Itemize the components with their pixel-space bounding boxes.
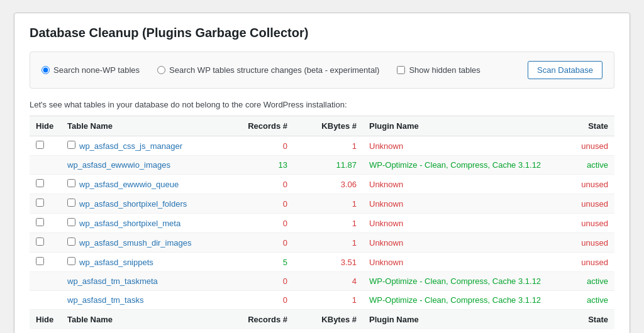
- records-cell: 0: [225, 291, 294, 310]
- plugin-name-cell: Unknown: [363, 214, 564, 233]
- table-name-link[interactable]: wp_asfasd_shortpixel_meta: [79, 219, 180, 228]
- col-header-table-name: Table Name: [61, 116, 225, 136]
- table-name-link[interactable]: wp_asfasd_ewwwio_images: [67, 160, 170, 170]
- hide-cell: [30, 194, 61, 214]
- table-name-cell: wp_asfasd_ewwwio_images: [61, 156, 225, 175]
- table-row-checkbox[interactable]: [67, 257, 75, 265]
- table-row-checkbox[interactable]: [67, 199, 75, 207]
- records-cell: 0: [225, 175, 294, 194]
- kbytes-cell: 3.51: [294, 253, 363, 272]
- col-footer-records: Records #: [225, 310, 294, 330]
- state-cell: unused: [564, 253, 614, 272]
- col-header-plugin: Plugin Name: [363, 116, 564, 136]
- hide-cell: [30, 214, 61, 233]
- table-row: wp_asfasd_shortpixel_folders01Unknownunu…: [30, 194, 614, 214]
- hide-row-checkbox[interactable]: [36, 218, 44, 226]
- plugin-name-cell: WP-Optimize - Clean, Compress, Cache 3.1…: [363, 156, 564, 175]
- kbytes-cell: 1: [294, 214, 363, 233]
- hide-row-checkbox[interactable]: [36, 179, 44, 187]
- tables-table: Hide Table Name Records # KBytes # Plugi…: [30, 116, 614, 329]
- table-name-link[interactable]: wp_asfasd_tm_taskmeta: [67, 276, 158, 286]
- table-name-link[interactable]: wp_asfasd_shortpixel_folders: [79, 199, 187, 209]
- table-name-cell: wp_asfasd_smush_dir_images: [61, 233, 225, 253]
- records-cell: 0: [225, 272, 294, 291]
- table-row: wp_asfasd_smush_dir_images01Unknownunuse…: [30, 233, 614, 253]
- table-name-cell: wp_asfasd_shortpixel_meta: [61, 214, 225, 233]
- state-cell: unused: [564, 194, 614, 214]
- hide-cell: [30, 253, 61, 272]
- col-footer-state: State: [564, 310, 614, 330]
- plugin-name-cell: Unknown: [363, 136, 564, 156]
- col-header-state: State: [564, 116, 614, 136]
- state-cell: active: [564, 272, 614, 291]
- state-cell: unused: [564, 175, 614, 194]
- table-name-link[interactable]: wp_asfasd_tm_tasks: [67, 295, 143, 305]
- state-cell: unused: [564, 233, 614, 253]
- state-cell: active: [564, 291, 614, 310]
- table-name-link[interactable]: wp_asfasd_smush_dir_images: [79, 238, 191, 248]
- table-name-cell: wp_asfasd_css_js_manager: [61, 136, 225, 156]
- options-bar: Search none-WP tables Search WP tables s…: [30, 52, 614, 89]
- table-row-checkbox[interactable]: [67, 237, 75, 246]
- kbytes-cell: 4: [294, 272, 363, 291]
- checkbox-show-hidden[interactable]: Show hidden tables: [397, 65, 480, 75]
- plugin-name-cell: Unknown: [363, 233, 564, 253]
- radio-search-wp-structure-input[interactable]: [157, 66, 165, 74]
- table-footer-row: Hide Table Name Records # KBytes # Plugi…: [30, 310, 614, 330]
- hide-cell: [30, 156, 61, 175]
- records-cell: 5: [225, 253, 294, 272]
- hide-row-checkbox[interactable]: [36, 141, 44, 149]
- main-container: Database Cleanup (Plugins Garbage Collec…: [14, 13, 630, 333]
- hide-cell: [30, 291, 61, 310]
- table-row: wp_asfasd_tm_taskmeta04WP-Optimize - Cle…: [30, 272, 614, 291]
- table-name-cell: wp_asfasd_tm_taskmeta: [61, 272, 225, 291]
- hide-cell: [30, 175, 61, 194]
- page-title: Database Cleanup (Plugins Garbage Collec…: [30, 26, 614, 40]
- kbytes-cell: 1: [294, 233, 363, 253]
- radio-search-none-wp[interactable]: Search none-WP tables: [42, 65, 140, 75]
- table-header-row: Hide Table Name Records # KBytes # Plugi…: [30, 116, 614, 136]
- table-row: wp_asfasd_ewwwio_queue03.06Unknownunused: [30, 175, 614, 194]
- table-body: wp_asfasd_css_js_manager01Unknownunusedw…: [30, 136, 614, 310]
- table-name-cell: wp_asfasd_ewwwio_queue: [61, 175, 225, 194]
- plugin-name-cell: Unknown: [363, 253, 564, 272]
- hide-cell: [30, 272, 61, 291]
- table-name-link[interactable]: wp_asfasd_snippets: [79, 258, 153, 267]
- show-hidden-checkbox[interactable]: [397, 66, 405, 74]
- plugin-name-cell: WP-Optimize - Clean, Compress, Cache 3.1…: [363, 272, 564, 291]
- table-name-link[interactable]: wp_asfasd_css_js_manager: [79, 141, 182, 151]
- kbytes-cell: 1: [294, 194, 363, 214]
- state-cell: active: [564, 156, 614, 175]
- hide-row-checkbox[interactable]: [36, 199, 44, 207]
- table-row: wp_asfasd_css_js_manager01Unknownunused: [30, 136, 614, 156]
- col-header-hide: Hide: [30, 116, 61, 136]
- records-cell: 0: [225, 194, 294, 214]
- table-name-link[interactable]: wp_asfasd_ewwwio_queue: [79, 180, 179, 189]
- kbytes-cell: 1: [294, 136, 363, 156]
- table-row-checkbox[interactable]: [67, 179, 75, 187]
- col-header-kbytes: KBytes #: [294, 116, 363, 136]
- records-cell: 0: [225, 214, 294, 233]
- col-footer-plugin: Plugin Name: [363, 310, 564, 330]
- hide-row-checkbox[interactable]: [36, 257, 44, 265]
- kbytes-cell: 3.06: [294, 175, 363, 194]
- kbytes-cell: 11.87: [294, 156, 363, 175]
- hide-cell: [30, 233, 61, 253]
- radio-search-none-wp-input[interactable]: [42, 66, 50, 74]
- records-cell: 13: [225, 156, 294, 175]
- table-name-cell: wp_asfasd_tm_tasks: [61, 291, 225, 310]
- table-row: wp_asfasd_ewwwio_images1311.87WP-Optimiz…: [30, 156, 614, 175]
- radio-search-wp-structure[interactable]: Search WP tables structure changes (beta…: [157, 65, 379, 75]
- table-row-checkbox[interactable]: [67, 141, 75, 149]
- table-name-cell: wp_asfasd_shortpixel_folders: [61, 194, 225, 214]
- col-header-records: Records #: [225, 116, 294, 136]
- hide-row-checkbox[interactable]: [36, 237, 44, 246]
- table-row-checkbox[interactable]: [67, 218, 75, 226]
- scan-database-button[interactable]: Scan Database: [528, 61, 602, 79]
- col-footer-hide: Hide: [30, 310, 61, 330]
- table-row: wp_asfasd_shortpixel_meta01Unknownunused: [30, 214, 614, 233]
- col-footer-kbytes: KBytes #: [294, 310, 363, 330]
- records-cell: 0: [225, 233, 294, 253]
- table-row: wp_asfasd_tm_tasks01WP-Optimize - Clean,…: [30, 291, 614, 310]
- hide-cell: [30, 136, 61, 156]
